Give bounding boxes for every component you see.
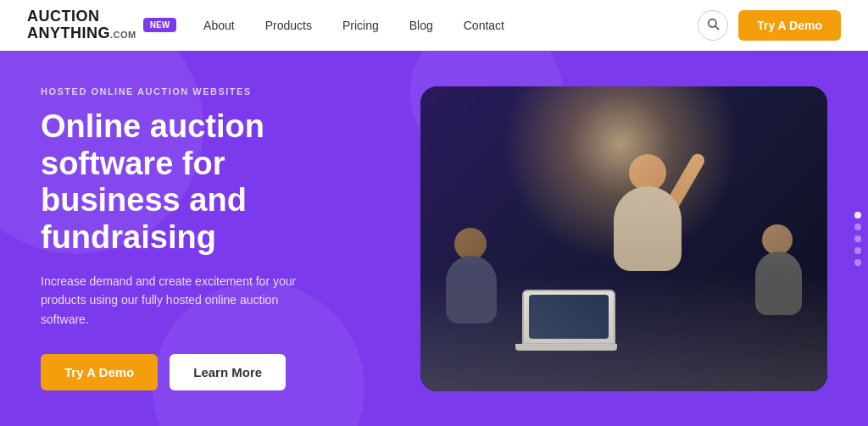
hero-photo [420,86,827,391]
person-left-body [446,256,497,324]
hero-image-panel [420,86,827,391]
header-try-demo-button[interactable]: Try A Demo [738,10,841,41]
search-button[interactable] [698,10,728,41]
side-dot-1[interactable] [854,212,861,219]
laptop-base [515,344,617,351]
logo: AUCTION ANYTHING.COM NEW [27,8,176,42]
header: AUCTION ANYTHING.COM NEW About Products … [0,0,868,51]
hero-content: HOSTED ONLINE AUCTION WEBSITES Online au… [0,86,356,390]
side-dots-nav [854,212,861,266]
nav-item-products[interactable]: Products [252,12,326,39]
laptop [522,290,615,345]
svg-line-1 [715,26,719,30]
logo-badge: NEW [143,18,176,32]
nav-item-about[interactable]: About [190,12,248,39]
search-icon [706,17,720,33]
header-actions: Try A Demo [698,10,841,41]
side-dot-2[interactable] [854,224,861,230]
hero-buttons: Try A Demo Learn More [41,354,315,390]
nav-item-blog[interactable]: Blog [396,12,447,39]
person-left [454,228,497,324]
side-dot-3[interactable] [854,235,861,242]
logo-line1: AUCTION [27,8,136,25]
person-center-body [614,186,682,271]
side-dot-4[interactable] [854,247,861,254]
hero-try-demo-button[interactable]: Try A Demo [41,354,158,390]
laptop-screen [529,295,609,339]
person-right [762,224,802,315]
nav-item-pricing[interactable]: Pricing [329,12,392,39]
hero-eyebrow: HOSTED ONLINE AUCTION WEBSITES [41,86,315,97]
side-dot-5[interactable] [854,259,861,266]
main-nav: About Products Pricing Blog Contact [190,12,698,39]
logo-line2: ANYTHING.COM [27,25,136,42]
hero-headline: Online auction software for business and… [41,108,315,257]
nav-item-contact[interactable]: Contact [450,12,518,39]
person-center [588,154,707,340]
person-right-body [755,252,802,315]
person-right-head [762,224,793,255]
hero-section: HOSTED ONLINE AUCTION WEBSITES Online au… [0,51,868,426]
logo-text: AUCTION ANYTHING.COM [27,8,136,42]
hero-subtext: Increase demand and create excitement fo… [41,272,315,329]
hero-learn-more-button[interactable]: Learn More [170,354,286,390]
